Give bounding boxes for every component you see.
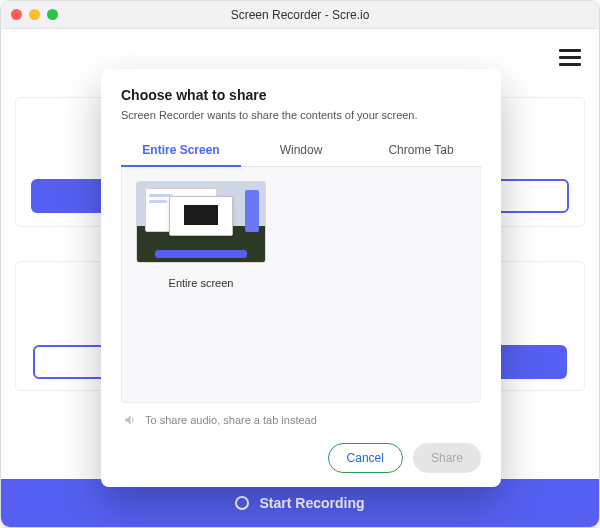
share-button: Share [413, 443, 481, 473]
menu-button[interactable] [559, 45, 581, 70]
app-body: Start Recording Choose what to share Scr… [1, 29, 599, 527]
start-recording-label: Start Recording [259, 495, 364, 511]
screen-thumbnail[interactable] [136, 181, 266, 263]
tab-window[interactable]: Window [241, 135, 361, 166]
app-window: Screen Recorder - Scre.io Start Recordin… [0, 0, 600, 528]
record-circle-icon [235, 496, 249, 510]
screen-option[interactable]: Entire screen [136, 181, 266, 289]
audio-note-text: To share audio, share a tab instead [145, 414, 317, 426]
dialog-actions: Cancel Share [121, 431, 481, 473]
dialog-subtext: Screen Recorder wants to share the conte… [121, 109, 481, 121]
tab-chrome-tab[interactable]: Chrome Tab [361, 135, 481, 166]
titlebar: Screen Recorder - Scre.io [1, 1, 599, 29]
tab-entire-screen[interactable]: Entire Screen [121, 135, 241, 167]
share-options-area: Entire screen [121, 167, 481, 403]
share-tabs: Entire Screen Window Chrome Tab [121, 135, 481, 167]
window-title: Screen Recorder - Scre.io [1, 8, 599, 22]
speaker-icon [123, 413, 137, 427]
dialog-heading: Choose what to share [121, 87, 481, 103]
share-dialog: Choose what to share Screen Recorder wan… [101, 69, 501, 487]
audio-note: To share audio, share a tab instead [121, 403, 481, 431]
cancel-button[interactable]: Cancel [328, 443, 403, 473]
screen-thumbnail-label: Entire screen [136, 277, 266, 289]
